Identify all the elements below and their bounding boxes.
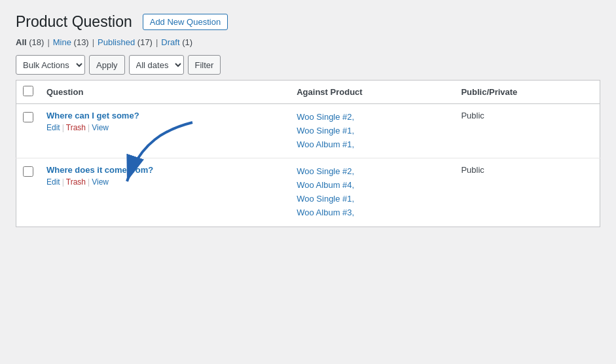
row-1-view-link[interactable]: View (92, 123, 109, 132)
select-all-header[interactable] (16, 81, 41, 104)
table-header: Question Against Product Public/Private (16, 81, 600, 104)
row-2-view-link[interactable]: View (92, 177, 109, 187)
table-row: Where can I get some?Edit | Trash | View… (16, 104, 600, 158)
draft-count: (1) (182, 37, 192, 47)
action-separator: | (88, 123, 90, 132)
separator-3: | (156, 37, 158, 47)
row-1-actions: Edit | Trash | View (46, 123, 283, 132)
bulk-actions-select-wrapper[interactable]: Bulk Actions (16, 55, 85, 75)
against-product-cell: Woo Single #2,Woo Single #1,Woo Album #1… (290, 104, 454, 158)
question-cell: Where does it come from?Edit | Trash | V… (40, 158, 290, 227)
action-separator: | (88, 177, 90, 187)
questions-table: Question Against Product Public/Private … (16, 80, 600, 227)
mine-count: (13) (74, 37, 89, 47)
row-1-edit-link[interactable]: Edit (46, 123, 60, 132)
product-link[interactable]: Woo Single #2, (297, 112, 354, 122)
apply-button[interactable]: Apply (89, 55, 125, 75)
page-title: Product Question (16, 13, 132, 31)
row-2-edit-link[interactable]: Edit (46, 177, 60, 187)
filter-button[interactable]: Filter (188, 55, 221, 75)
date-filter-wrapper[interactable]: All dates (129, 55, 184, 75)
product-link[interactable]: Woo Single #2, (297, 166, 354, 176)
header-row: Question Against Product Public/Private (16, 81, 600, 104)
date-filter-select[interactable]: All dates (130, 56, 183, 74)
product-list: Woo Single #2,Woo Single #1,Woo Album #1… (297, 111, 448, 151)
product-link[interactable]: Woo Album #4, (297, 180, 354, 190)
against-product-cell: Woo Single #2,Woo Album #4,Woo Single #1… (290, 158, 454, 227)
row-2-checkbox[interactable] (23, 166, 33, 177)
separator-2: | (92, 37, 94, 47)
published-filter-link[interactable]: Published (98, 37, 135, 47)
product-list: Woo Single #2,Woo Album #4,Woo Single #1… (297, 165, 448, 219)
question-2-link[interactable]: Where does it come from? (46, 165, 153, 175)
public-private-col-header: Public/Private (454, 81, 600, 104)
filter-all[interactable]: All (18) (16, 37, 44, 47)
question-col-header: Question (40, 81, 290, 104)
published-count: (17) (137, 37, 153, 47)
product-link[interactable]: Woo Album #3, (297, 208, 354, 217)
row-checkbox-cell[interactable] (16, 104, 41, 158)
product-link[interactable]: Woo Single #1, (297, 194, 354, 204)
filter-mine[interactable]: Mine (13) (53, 37, 89, 47)
all-filter-link[interactable]: All (16, 37, 27, 47)
filter-links: All (18) | Mine (13) | Published (17) | … (16, 37, 600, 47)
row-checkbox-cell[interactable] (16, 158, 41, 227)
row-1-trash-link[interactable]: Trash (66, 123, 86, 132)
against-product-col-header: Against Product (290, 81, 454, 104)
row-1-checkbox[interactable] (23, 112, 33, 122)
question-cell: Where can I get some?Edit | Trash | View (40, 104, 290, 158)
product-link[interactable]: Woo Single #1, (297, 126, 354, 136)
action-separator: | (62, 177, 64, 187)
product-link[interactable]: Woo Album #1, (297, 139, 354, 149)
draft-filter-link[interactable]: Draft (161, 37, 179, 47)
mine-filter-link[interactable]: Mine (53, 37, 71, 47)
separator-1: | (47, 37, 49, 47)
all-count: (18) (29, 37, 44, 47)
select-all-checkbox[interactable] (23, 86, 33, 96)
table-body: Where can I get some?Edit | Trash | View… (16, 104, 600, 227)
question-1-link[interactable]: Where can I get some? (46, 111, 139, 120)
filter-published[interactable]: Published (17) (98, 37, 153, 47)
visibility-cell: Public (454, 158, 600, 227)
table-row: Where does it come from?Edit | Trash | V… (16, 158, 600, 227)
bulk-actions-select[interactable]: Bulk Actions (16, 56, 84, 74)
filter-draft[interactable]: Draft (1) (161, 37, 192, 47)
row-2-actions: Edit | Trash | View (46, 177, 283, 187)
row-2-trash-link[interactable]: Trash (66, 177, 86, 187)
action-separator: | (62, 123, 64, 132)
table-wrapper: Question Against Product Public/Private … (16, 80, 600, 227)
add-new-question-button[interactable]: Add New Question (143, 14, 228, 30)
visibility-cell: Public (454, 104, 600, 158)
tablenav: Bulk Actions Apply All dates Filter (16, 52, 600, 77)
